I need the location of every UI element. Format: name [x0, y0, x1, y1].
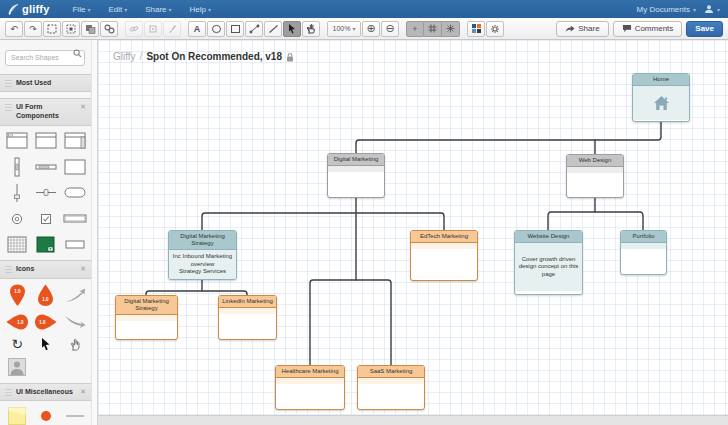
account-menu[interactable]: ▾	[704, 4, 720, 14]
shape-vertical-slider[interactable]	[3, 182, 32, 204]
icon-user-avatar[interactable]	[3, 355, 32, 379]
node-healthcare-marketing[interactable]: Healthcare Marketing	[275, 365, 345, 410]
share-button[interactable]: Share	[556, 21, 608, 37]
close-icon[interactable]: ✕	[80, 103, 86, 111]
rectangle-tool-button[interactable]	[226, 21, 244, 37]
shape-window-titlebar[interactable]	[3, 130, 32, 152]
shape-vertical-scrollbar[interactable]	[3, 156, 32, 178]
icon-curved-arrow-up[interactable]	[60, 283, 89, 309]
svg-text:1.0: 1.0	[40, 319, 47, 324]
node-edtech-marketing[interactable]: EdTech Marketing	[410, 230, 478, 281]
shape-window-scrollbar[interactable]	[60, 130, 89, 152]
connector-tool-button[interactable]	[245, 21, 263, 37]
theme-colors-button[interactable]	[467, 21, 485, 37]
connector-icon	[249, 24, 260, 34]
line-tool-button[interactable]	[264, 21, 282, 37]
node-saas-marketing[interactable]: SaaS Marketing	[357, 365, 425, 410]
section-icons[interactable]: Icons ✕	[0, 260, 91, 279]
shape-dropdown[interactable]	[32, 234, 61, 256]
shape-text-field[interactable]	[60, 208, 89, 230]
shape-radio-button[interactable]	[3, 208, 32, 230]
comments-button[interactable]: Comments	[613, 21, 683, 37]
node-web-design[interactable]: Web Design	[566, 154, 624, 198]
grid-toggle-button[interactable]	[424, 21, 442, 37]
close-icon[interactable]: ✕	[80, 265, 86, 273]
icon-pin-left[interactable]: 1.0	[3, 311, 32, 333]
node-home[interactable]: Home	[632, 73, 690, 122]
save-button[interactable]: Save	[686, 21, 723, 37]
canvas-horizontal-scrollbar[interactable]	[98, 415, 728, 425]
pointer-tool-button[interactable]	[283, 21, 301, 37]
chevron-down-icon: ▾	[717, 6, 720, 13]
multi-select-icon	[66, 24, 76, 34]
icon-pin-right[interactable]: 1.0	[32, 311, 61, 333]
icon-map-pin[interactable]: 1.0	[3, 283, 32, 309]
cursor-icon	[287, 23, 297, 34]
node-digital-marketing-strategy[interactable]: Digital Marketing Strategy Inc Inbound M…	[168, 230, 237, 280]
snap-toggle-button[interactable]	[442, 21, 460, 37]
shape-line[interactable]	[60, 405, 89, 425]
node-website-design[interactable]: Website Design Cover growth driven desig…	[514, 230, 583, 295]
menu-edit[interactable]: Edit▾	[101, 3, 134, 16]
gliffy-logo[interactable]: gliffy	[8, 3, 49, 15]
shape-horizontal-scrollbar[interactable]	[32, 156, 61, 178]
zoom-out-button[interactable]: ⊖	[381, 21, 399, 37]
settings-button[interactable]	[486, 21, 504, 37]
shape-sticky-note[interactable]	[3, 405, 32, 425]
top-menu-bar: gliffy File▾ Edit▾ Share▾ Help▾ My Docum…	[0, 0, 728, 18]
shape-horizontal-slider[interactable]	[32, 182, 61, 204]
shape-window[interactable]	[32, 130, 61, 152]
menu-help[interactable]: Help▾	[183, 3, 218, 16]
ungroup-button[interactable]	[100, 21, 118, 37]
empty-cell	[32, 355, 61, 377]
node-portfolio[interactable]: Portfolio	[620, 230, 667, 275]
crosshair-toggle-button[interactable]: +	[406, 21, 424, 37]
add-link-button[interactable]	[125, 21, 143, 37]
section-ui-miscellaneous[interactable]: UI Miscellaneous ✕	[0, 383, 91, 402]
zoom-in-button[interactable]: ⊕	[362, 21, 380, 37]
search-icon	[73, 49, 82, 58]
group-button[interactable]	[81, 21, 99, 37]
icon-curved-arrow-down[interactable]	[60, 311, 89, 333]
shape-checkbox[interactable]	[32, 208, 61, 230]
crop-icon	[148, 24, 158, 34]
shape-circle-dot[interactable]	[32, 405, 61, 425]
breadcrumb-root-link[interactable]: Gliffy	[113, 51, 136, 62]
marquee-select-icon	[47, 24, 57, 34]
format-painter-button[interactable]	[163, 21, 181, 37]
pan-tool-button[interactable]	[302, 21, 320, 37]
section-ui-form-components[interactable]: UI Form Components ✕	[0, 98, 91, 126]
snap-icon	[446, 24, 455, 33]
menu-file[interactable]: File▾	[65, 3, 97, 16]
share-arrow-icon	[565, 25, 575, 33]
node-digital-marketing-strategy-2[interactable]: Digital Marketing Strategy	[115, 295, 178, 340]
icon-droplet-pin[interactable]: 1.0	[32, 283, 61, 309]
undo-button[interactable]: ↶	[5, 21, 23, 37]
node-digital-marketing[interactable]: Digital Marketing	[327, 153, 385, 198]
select-shapes-button[interactable]	[62, 21, 80, 37]
shape-table[interactable]	[3, 234, 32, 256]
redo-button[interactable]: ↷	[24, 21, 42, 37]
diagram-canvas[interactable]: Gliffy / Spot On Recommended, v18 Home D…	[98, 40, 728, 425]
section-most-used[interactable]: Most Used	[0, 74, 91, 93]
text-tool-button[interactable]: A	[188, 21, 206, 37]
home-icon	[653, 95, 670, 111]
close-icon[interactable]: ✕	[80, 388, 86, 396]
logo-text: gliffy	[22, 3, 49, 15]
node-linkedin-marketing[interactable]: LinkedIn Marketing	[218, 295, 277, 340]
icon-refresh[interactable]: ↻	[3, 335, 32, 353]
paintbrush-icon	[167, 24, 177, 34]
shape-rectangle[interactable]	[60, 156, 89, 178]
menu-share[interactable]: Share▾	[138, 3, 178, 16]
sidebar-scrollbar[interactable]	[91, 40, 97, 425]
svg-text:1.0: 1.0	[17, 319, 24, 324]
shape-rounded-button[interactable]	[60, 182, 89, 204]
crop-button[interactable]	[144, 21, 162, 37]
select-all-button[interactable]	[43, 21, 61, 37]
my-documents-menu[interactable]: My Documents▾	[637, 5, 696, 14]
icon-hand-pointer[interactable]	[60, 335, 89, 353]
shape-button[interactable]	[60, 234, 89, 256]
icon-cursor[interactable]	[32, 335, 61, 353]
ellipse-tool-button[interactable]	[207, 21, 225, 37]
zoom-level-dropdown[interactable]: 100%▾	[327, 21, 361, 37]
